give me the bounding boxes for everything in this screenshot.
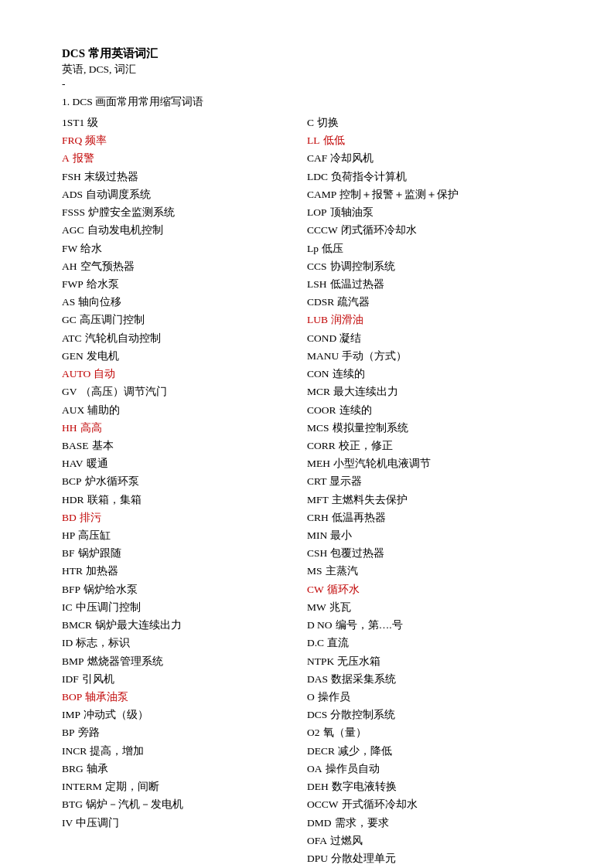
desc-label: 润滑油 [331,311,363,328]
list-item: BP 旁路 [62,723,307,741]
list-item: MANU 手动（方式） [307,347,552,365]
list-item: O2 氧（量） [307,723,552,741]
list-item: DAS 数据采集系统 [307,670,552,688]
desc-label: 分散处理单元 [331,849,396,867]
desc-label: 无压水箱 [337,652,380,670]
abbr-label: BOP [62,688,82,706]
desc-label: 连续的 [333,365,365,383]
desc-label: 开式循环冷却水 [342,795,418,813]
list-item: O 操作员 [307,688,552,706]
abbr-label: HH [62,419,77,437]
abbr-label: CAMP [307,186,336,203]
desc-label: 凝结 [339,329,361,347]
list-item: DECR 减少，降低 [307,742,552,760]
desc-label: 锅炉最大连续出力 [95,616,182,634]
desc-label: 定期，间断 [105,778,159,795]
abbr-label: CSH [307,544,327,562]
list-item: OA 操作员自动 [307,760,552,778]
list-item: C 切换 [307,114,552,131]
abbr-label: LDC [307,168,328,186]
desc-label: 编号，第….号 [336,616,403,634]
list-item: A 报警 [62,149,307,167]
desc-label: 疏汽器 [337,293,370,311]
abbr-label: HDR [62,491,84,509]
separator: - [62,78,552,90]
list-item: IV 中压调门 [62,814,307,832]
desc-label: 减少，降低 [338,742,392,760]
abbr-label: ATC [62,329,82,347]
abbr-label: IMP [62,706,80,723]
abbr-label: BD [62,509,77,526]
list-item: CRH 低温再热器 [307,509,552,526]
list-item: FSSS 炉膛安全监测系统 [62,203,307,221]
desc-label: 自动调度系统 [86,186,151,203]
desc-label: （高压）调节汽门 [80,383,167,400]
desc-label: 基本 [92,437,114,454]
desc-label: 校正，修正 [339,437,393,454]
abbr-label: HAV [62,454,84,472]
desc-label: 联箱，集箱 [87,491,142,509]
desc-label: 轴向位移 [78,293,121,311]
desc-label: 主蒸汽 [326,562,358,580]
list-item: DMD 需求，要求 [307,814,552,832]
abbr-label: AUTO [62,365,90,383]
list-item: D NO 编号，第….号 [307,616,552,634]
list-item: BMCR 锅炉最大连续出力 [62,616,307,634]
list-item: MFT 主燃料失去保护 [307,491,552,509]
list-item: LUB 润滑油 [307,311,552,328]
list-item: D.C 直流 [307,634,552,652]
abbr-label: CCS [307,257,327,275]
abbr-label: MEH [307,454,330,472]
list-item: CCCW 闭式循环冷却水 [307,221,552,239]
abbr-label: CRH [307,509,329,526]
list-item: BRG 轴承 [62,760,307,778]
abbr-label: DCS [307,706,327,723]
list-item: COOR 连续的 [307,401,552,419]
list-item: HAV 暖通 [62,454,307,472]
abbr-label: O2 [307,723,320,741]
desc-label: 辅助的 [87,401,120,419]
abbr-label: D NO [307,616,333,634]
desc-label: 发电机 [87,347,119,365]
list-item: BASE 基本 [62,437,307,454]
list-item: BTG 锅炉－汽机－发电机 [62,795,307,813]
list-item: DCS 分散控制系统 [307,706,552,723]
abbr-label: D.C [307,634,324,652]
list-item: MEH 小型汽轮机电液调节 [307,454,552,472]
abbr-label: FSH [62,168,81,186]
desc-label: 分散控制系统 [330,706,395,723]
desc-label: 切换 [317,114,339,131]
desc-label: 提高，增加 [90,742,144,760]
abbr-label: BP [62,723,75,741]
desc-label: 汽轮机自动控制 [85,329,161,347]
desc-label: 自动发电机控制 [87,221,163,239]
abbr-label: BMP [62,652,84,670]
list-item: LSH 低温过热器 [307,275,552,293]
list-item: MIN 最小 [307,526,552,544]
desc-label: 锅炉给水泵 [84,580,138,598]
desc-label: 低压 [322,240,343,257]
abbr-label: AUX [62,401,84,419]
list-item: GC 高压调门控制 [62,311,307,328]
list-item: FSH 末级过热器 [62,168,307,186]
desc-label: 炉膛安全监测系统 [88,203,175,221]
desc-label: 旁路 [78,723,100,741]
desc-label: 冷却风机 [330,149,374,167]
abbr-label: BASE [62,437,89,454]
list-item: CRT 显示器 [307,472,552,490]
list-item: DPU 分散处理单元 [307,849,552,867]
list-item: LDC 负荷指令计算机 [307,168,552,186]
abbr-label: MCR [307,383,330,400]
abbr-label: IV [62,814,73,832]
desc-label: 锅炉－汽机－发电机 [86,795,183,813]
abbr-label: BMCR [62,616,92,634]
abbr-label: BF [62,544,75,562]
list-item: BCP 炉水循环泵 [62,472,307,490]
list-item: CSH 包覆过热器 [307,544,552,562]
list-item: CDSR 疏汽器 [307,293,552,311]
desc-label: 引风机 [82,670,114,688]
list-item: HDR 联箱，集箱 [62,491,307,509]
desc-label: 给水 [80,240,102,257]
list-item: HP 高压缸 [62,526,307,544]
list-item: CORR 校正，修正 [307,437,552,454]
